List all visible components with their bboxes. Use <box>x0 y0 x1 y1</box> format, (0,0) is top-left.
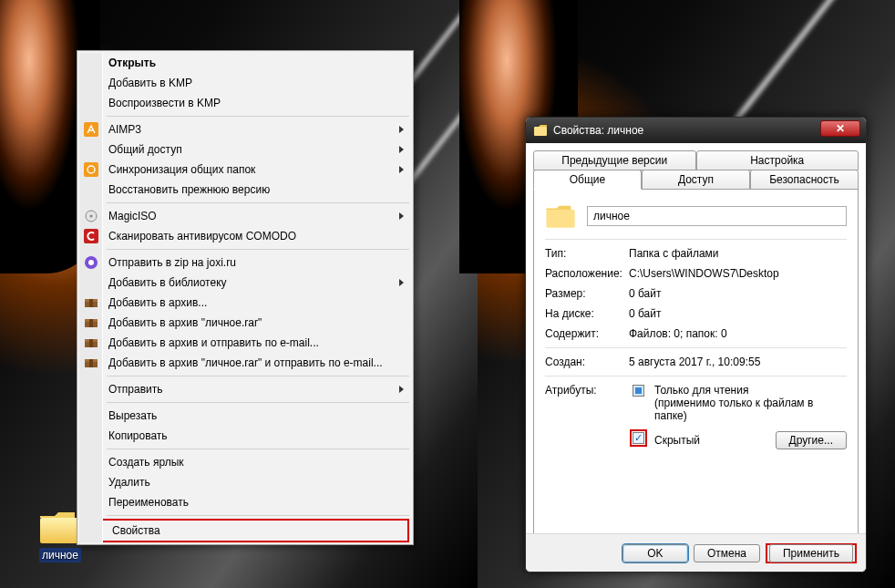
value-created: 5 августа 2017 г., 10:09:55 <box>629 356 847 368</box>
ctx-sync-shared[interactable]: Синхронизация общих папок <box>79 160 411 180</box>
ctx-rar-add[interactable]: Добавить в архив... <box>79 293 411 313</box>
value-type: Папка с файлами <box>629 247 847 260</box>
ctx-cut[interactable]: Вырезать <box>79 406 411 426</box>
ctx-rar-add-name[interactable]: Добавить в архив "личное.rar" <box>79 313 411 333</box>
tab-general-pane: Тип: Папка с файлами Расположение: C:\Us… <box>533 189 859 542</box>
value-size: 0 байт <box>629 287 847 300</box>
svg-rect-2 <box>84 162 98 177</box>
tab-previous-versions[interactable]: Предыдущие версии <box>533 150 696 170</box>
checkbox-hidden[interactable] <box>633 432 644 444</box>
dialog-titlebar[interactable]: Свойства: личное ✕ <box>526 118 866 143</box>
tab-label: Общие <box>570 173 605 186</box>
ctx-rename[interactable]: Переименовать <box>79 492 411 512</box>
label-readonly: Только для чтения <box>654 384 847 397</box>
ctx-send-to[interactable]: Отправить <box>79 379 411 399</box>
divider <box>545 376 847 377</box>
tab-label: Предыдущие версии <box>561 154 667 167</box>
context-menu: Открыть Добавить в KMP Воспроизвести в K… <box>77 50 414 545</box>
ok-button[interactable]: OK <box>622 544 688 562</box>
ctx-separator <box>107 515 409 516</box>
ctx-label: MagicISO <box>108 210 157 222</box>
value-size-on-disk: 0 байт <box>629 307 847 320</box>
ctx-separator <box>107 449 409 449</box>
close-button[interactable]: ✕ <box>820 120 860 137</box>
tab-sharing[interactable]: Доступ <box>642 170 750 190</box>
svg-rect-22 <box>546 210 574 228</box>
ctx-aimp3[interactable]: AIMP3 <box>79 119 411 139</box>
ctx-properties[interactable]: Свойства <box>83 521 407 541</box>
ctx-label: Добавить в архив и отправить по e-mail..… <box>108 336 319 349</box>
tab-customize[interactable]: Настройка <box>696 150 859 170</box>
tab-strip: Предыдущие версии Настройка Общие Доступ… <box>533 150 859 189</box>
cancel-button[interactable]: Отмена <box>694 544 760 562</box>
aimp-icon <box>84 122 98 137</box>
highlight-properties: Свойства <box>81 519 409 542</box>
apply-button[interactable]: Применить <box>769 544 853 562</box>
properties-dialog: Свойства: личное ✕ Предыдущие версии Нас… <box>525 117 867 573</box>
ctx-label: Добавить в библиотеку <box>108 276 227 289</box>
winrar-icon <box>84 356 98 370</box>
ctx-label: Синхронизация общих папок <box>108 163 255 176</box>
submenu-arrow-icon <box>399 279 404 286</box>
close-icon: ✕ <box>836 122 845 135</box>
ctx-label: Вырезать <box>108 409 157 422</box>
svg-rect-14 <box>89 319 93 327</box>
ctx-add-kmp[interactable]: Добавить в KMP <box>79 73 411 93</box>
label-attributes: Атрибуты: <box>545 384 629 397</box>
label-size-on-disk: На диске: <box>545 307 629 320</box>
ctx-magiciso[interactable]: MagicISO <box>79 206 411 226</box>
ctx-rar-email[interactable]: Добавить в архив и отправить по e-mail..… <box>79 333 411 353</box>
folder-icon <box>38 509 82 545</box>
joxi-icon <box>84 255 98 270</box>
svg-rect-20 <box>89 359 93 367</box>
dialog-button-bar: OK Отмена Применить <box>526 533 866 572</box>
tab-general[interactable]: Общие <box>533 170 642 190</box>
ctx-label: Добавить в архив "личное.rar" и отправит… <box>108 356 383 369</box>
tab-security[interactable]: Безопасность <box>750 170 859 190</box>
ctx-open[interactable]: Открыть <box>79 53 411 73</box>
ctx-label: Копировать <box>108 429 168 442</box>
svg-rect-11 <box>89 299 93 307</box>
ctx-label: Сканировать антивирусом COMODO <box>108 230 296 242</box>
ctx-play-kmp[interactable]: Воспроизвести в KMP <box>79 93 411 113</box>
ctx-label: Общий доступ <box>108 143 182 156</box>
dialog-title: Свойства: личное <box>553 124 643 137</box>
label-contains: Содержит: <box>545 327 629 340</box>
ctx-zip-joxi[interactable]: Отправить в zip на joxi.ru <box>79 253 411 273</box>
ctx-label: Воспроизвести в KMP <box>108 97 221 109</box>
winrar-icon <box>84 315 98 330</box>
other-attributes-button[interactable]: Другие... <box>776 431 847 449</box>
folder-name-input[interactable] <box>587 206 847 226</box>
ctx-create-shortcut[interactable]: Создать ярлык <box>79 452 411 472</box>
ctx-label: AIMP3 <box>108 123 141 136</box>
label-location: Расположение: <box>545 267 629 280</box>
comodo-icon <box>84 229 98 243</box>
ctx-rar-name-email[interactable]: Добавить в архив "личное.rar" и отправит… <box>79 353 411 373</box>
tab-label: Доступ <box>678 173 714 186</box>
winrar-icon <box>84 295 98 310</box>
ctx-label: Свойства <box>112 524 160 537</box>
ctx-label: Открыть <box>108 57 156 69</box>
value-contains: Файлов: 0; папок: 0 <box>629 327 847 340</box>
ctx-label: Отправить в zip на joxi.ru <box>108 256 236 269</box>
ctx-label: Добавить в KMP <box>108 77 192 89</box>
ctx-separator <box>107 249 409 250</box>
desktop-folder-label: личное <box>39 548 81 562</box>
svg-rect-6 <box>84 229 98 243</box>
label-size: Размер: <box>545 287 629 300</box>
label-readonly-note: (применимо только к файлам в папке) <box>654 397 847 422</box>
submenu-arrow-icon <box>399 212 404 220</box>
label-hidden: Скрытый <box>654 434 700 447</box>
svg-point-5 <box>90 215 93 218</box>
ctx-scan-comodo[interactable]: Сканировать антивирусом COMODO <box>79 226 411 246</box>
svg-rect-1 <box>84 122 98 137</box>
ctx-copy[interactable]: Копировать <box>79 426 411 446</box>
checkbox-readonly[interactable] <box>633 385 644 397</box>
ctx-shared-access[interactable]: Общий доступ <box>79 139 411 160</box>
ctx-delete[interactable]: Удалить <box>79 472 411 492</box>
divider <box>545 347 847 348</box>
divider <box>545 239 847 240</box>
svg-rect-0 <box>40 518 80 543</box>
ctx-restore-prev[interactable]: Восстановить прежнюю версию <box>79 180 411 200</box>
ctx-add-library[interactable]: Добавить в библиотеку <box>79 273 411 293</box>
